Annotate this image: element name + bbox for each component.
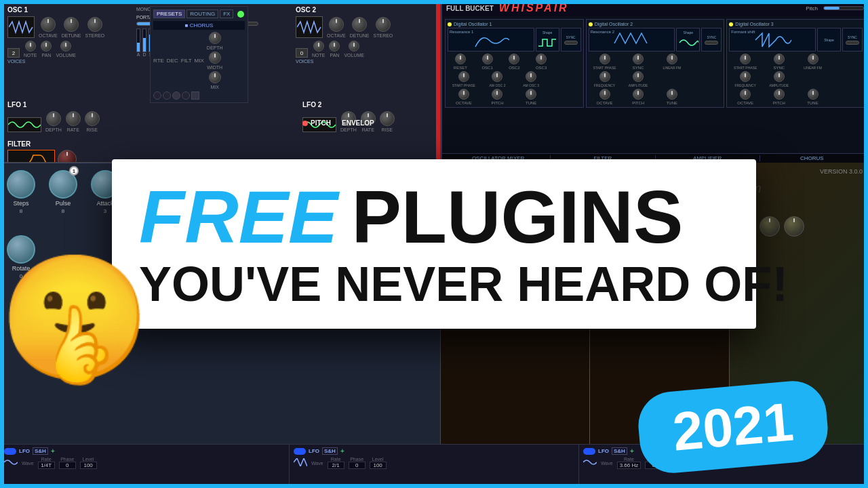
osc1-voices-label: VOICES [7, 59, 104, 64]
chorus-label: CHORUS [760, 155, 864, 161]
fb-osc2-sync[interactable]: SYNC [622, 54, 654, 70]
fb-osc2-linear[interactable]: LINEAR FM [656, 54, 688, 70]
fb-osc1-start[interactable]: START PHASE [448, 71, 480, 87]
lfo1-wave-icon [4, 458, 18, 466]
osc2-note-knob[interactable]: NOTE [312, 41, 325, 58]
sah2-button[interactable]: S&H [322, 447, 338, 455]
osc2-label: OSC 2 [296, 6, 431, 14]
fx-depth-knob[interactable]: DEPTH [207, 32, 223, 50]
osc2-pan-knob[interactable]: PAN [329, 41, 340, 58]
fx-width-knob[interactable]: WIDTH [207, 52, 223, 70]
osc2-octave-knob[interactable]: OCTAVE [327, 17, 346, 38]
fb-osc3-tune[interactable]: TUNE [797, 89, 829, 105]
free-text: FREE [139, 180, 338, 254]
lfo3-wave-param: Wave [601, 461, 613, 466]
lfo2-toggle[interactable] [294, 448, 306, 455]
osc1-pan-knob[interactable]: PAN [41, 41, 52, 58]
lfo1-phase-value: 0 [59, 462, 76, 469]
lfo2-phase-value: 0 [349, 462, 366, 469]
plus1-button[interactable]: + [51, 447, 55, 455]
helm-knob2[interactable] [760, 216, 780, 237]
envelope-label: ENVELOP [342, 119, 374, 127]
lfo1-rate-param: Rate 1/4T [38, 457, 55, 469]
filter-cutoff-knob[interactable]: CUTOFF [58, 150, 77, 163]
routing-tab[interactable]: ROUTING [186, 9, 218, 18]
lfo1-rate-knob[interactable]: RATE [66, 111, 81, 132]
thumbnail: OSC 1 OCTAVE DETUNE STE [0, 0, 868, 488]
osc1-volume-knob[interactable]: VOLUME [56, 41, 76, 58]
fb-osc2-tune[interactable]: TUNE [656, 89, 688, 105]
lfo2-rise-knob[interactable]: RISE [380, 111, 395, 132]
osc-panel-3: Digital Oscillator 3 Formant shift Shape… [726, 19, 865, 108]
fb-osc1-octave[interactable]: OCTAVE [448, 89, 480, 105]
pitch-label: PITCH [311, 119, 331, 127]
pulse-knob[interactable]: 1 [49, 170, 77, 199]
lfo-strip-1: LFO S&H + Wave Rate 1/4T Phase [0, 445, 290, 488]
fb-osc1-knob4[interactable]: OSC3 [528, 54, 554, 70]
fb-osc1-knob1[interactable]: RESET [448, 54, 473, 70]
lfo1-wave-display [8, 118, 41, 131]
osc2-detune-knob[interactable]: DETUNE [350, 17, 370, 38]
thinking-emoji: 🤫 [0, 230, 149, 407]
fb-osc3-amp[interactable]: AMPLITUDE [763, 71, 795, 87]
pitch-slider[interactable] [823, 6, 864, 10]
year-badge: 2021 [635, 378, 830, 476]
osc1-stereo-knob[interactable]: STEREO [85, 17, 105, 38]
lfo2-phase-param: Phase 0 [349, 457, 366, 469]
lfo1-type: LFO [19, 448, 30, 454]
fb-osc2-octave[interactable]: OCTAVE [589, 89, 621, 105]
osc2-stereo-knob[interactable]: STEREO [374, 17, 393, 38]
osc2-volume-knob[interactable]: VOLUME [344, 41, 364, 58]
fb-osc3-pitch[interactable]: PITCH [763, 89, 795, 105]
fb-osc3-sync[interactable]: SYNC [763, 54, 795, 70]
fb-osc1-am2[interactable]: AM OSC 2 [481, 71, 514, 87]
fb-osc2-freq[interactable]: FREQUENCY [589, 71, 621, 87]
osc1-detune-knob[interactable]: DETUNE [62, 17, 81, 38]
fullbucket-product: WHISPAIR [499, 2, 569, 14]
fx-mix-knob[interactable]: MIX [207, 71, 223, 89]
fb-osc1-pitch[interactable]: PITCH [481, 89, 514, 105]
helm-knob3[interactable] [784, 216, 804, 237]
fb-osc2-amp[interactable]: AMPLITUDE [622, 71, 654, 87]
lfo1-phase-param: Phase 0 [59, 457, 76, 469]
fx-chorus-label: ■ CHORUS [153, 21, 245, 30]
lfo2-wave-shape [294, 457, 307, 469]
osc1-section: OSC 1 OCTAVE DETUNE STE [7, 6, 104, 64]
fb-osc2-pitch[interactable]: PITCH [622, 89, 654, 105]
fb-osc3-knob1[interactable]: START PHASE [729, 54, 762, 70]
sah1-button[interactable]: S&H [33, 447, 48, 455]
sah3-button[interactable]: S&H [612, 447, 627, 455]
fullbucket-header: FULL BUCKET WHISPAIR Pitch [442, 0, 868, 16]
fullbucket-brand: FULL BUCKET [446, 5, 494, 12]
osc1-note-knob[interactable]: NOTE [24, 41, 37, 58]
osc1-sync-toggle[interactable] [564, 41, 578, 45]
lfo3-toggle[interactable] [583, 448, 595, 455]
fb-osc3-freq[interactable]: FREQUENCY [729, 71, 762, 87]
red-accent-bar [436, 1, 440, 162]
steps-knob[interactable] [7, 170, 35, 199]
osc2-waveform [613, 30, 650, 50]
lfo1-toggle[interactable] [4, 448, 16, 455]
osc2-sync-toggle[interactable] [705, 41, 718, 45]
osc3-sync-toggle[interactable] [846, 41, 859, 45]
lfo1-level-param: Level 100 [80, 457, 97, 469]
fb-osc1-knob3[interactable]: OSC2 [501, 54, 527, 70]
osc1-octave-knob[interactable]: OCTAVE [39, 17, 58, 38]
presets-tab[interactable]: PRESETS [153, 9, 185, 18]
lfo2-rate-param: Rate 2/1 [328, 457, 344, 469]
synth-left-plugin: OSC 1 OCTAVE DETUNE STE [0, 0, 441, 163]
lfo1-depth-knob[interactable]: DEPTH [45, 111, 62, 132]
fx-rte-label: RTE [153, 58, 164, 64]
fb-osc3-octave[interactable]: OCTAVE [729, 89, 762, 105]
lfo-strip-2: LFO S&H + Wave Rate 2/1 Phase [290, 445, 579, 488]
fx-tab[interactable]: FX [220, 9, 233, 18]
fb-osc1-tune[interactable]: TUNE [515, 89, 547, 105]
lfo1-section: LFO 1 DEPTH RATE RISE [7, 96, 100, 132]
plus3-button[interactable]: + [630, 447, 634, 455]
lfo1-rise-knob[interactable]: RISE [85, 111, 100, 132]
fb-osc3-linear[interactable]: LINEAR FM [797, 54, 829, 70]
fb-osc2-knob1[interactable]: START PHASE [589, 54, 621, 70]
fb-osc1-knob2[interactable]: OSC1 [475, 54, 500, 70]
plus2-button[interactable]: + [340, 447, 344, 455]
fb-osc1-am3[interactable]: AM OSC 3 [515, 71, 547, 87]
